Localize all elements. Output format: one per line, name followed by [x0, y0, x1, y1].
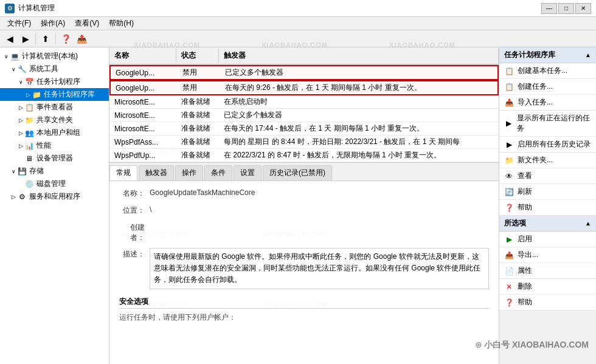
up-button[interactable]: ⬆ [38, 32, 53, 46]
ops-delete[interactable]: ✕ 删除 [499, 279, 596, 295]
ops-enable[interactable]: ▶ 启用 [499, 232, 596, 247]
table-row[interactable]: GoogleUp... 禁用 已定义多个触发器 [109, 65, 499, 80]
expand-arrow: ∨ [10, 66, 17, 72]
ops-section-scheduler-lib[interactable]: 任务计划程序库 ▲ [499, 47, 596, 63]
ops-enable-history[interactable]: ▶ 启用所有任务历史记录 [499, 137, 596, 153]
sidebar-item-scheduler-lib[interactable]: ▷ 📁 任务计划程序库 [0, 88, 109, 101]
detail-desc-row: 描述： 请确保使用最新版的 Google 软件。如果停用或中断此任务，则您的 G… [119, 248, 489, 289]
export-icon: 📤 [504, 250, 514, 260]
sidebar: ∨ 💻 计算机管理(本地) ∨ 🔧 系统工具 ∨ 📅 任务计划程序 ▷ 📁 任务… [0, 47, 109, 364]
menu-help[interactable]: 帮助(H) [104, 17, 139, 30]
help-lib-icon: ❓ [504, 203, 514, 213]
task-name: MicrosoftE... [109, 123, 176, 134]
task-status: 准备就绪 [176, 109, 219, 122]
ops-import-task-label: 导入任务... [518, 97, 553, 108]
ops-properties[interactable]: 📄 属性 [499, 263, 596, 279]
ops-create-basic[interactable]: 📋 创建基本任务... [499, 63, 596, 79]
task-trigger: 在 2022/3/21 的 8:47 时 - 触发后，无限期地每隔 1 小时 重… [219, 149, 499, 162]
ops-panel: 任务计划程序库 ▲ 📋 创建基本任务... 📋 创建任务... 📥 导入任务..… [499, 47, 596, 364]
task-trigger: 在系统启动时 [219, 95, 499, 108]
detail-author-row: 创建者： [119, 221, 489, 243]
tab-conditions[interactable]: 条件 [204, 165, 232, 180]
ops-enable-history-label: 启用所有任务历史记录 [518, 139, 591, 149]
storage-icon: 💾 [17, 167, 27, 176]
sidebar-item-eventviewer[interactable]: ▷ 📋 事件查看器 [0, 101, 109, 114]
back-button[interactable]: ◀ [2, 32, 17, 46]
menu-file[interactable]: 文件(F) [2, 17, 36, 30]
event-icon: 📋 [24, 103, 34, 112]
ops-help-lib[interactable]: ❓ 帮助 [499, 200, 596, 216]
col-header-trigger: 触发器 [219, 49, 499, 63]
minimize-button[interactable]: — [541, 3, 557, 14]
task-name: MicrosoftE... [109, 110, 176, 121]
disk-icon: 💿 [24, 179, 34, 189]
toolbar: ◀ ▶ ⬆ ❓ 📤 [0, 30, 596, 47]
ops-new-folder[interactable]: 📁 新文件夹... [499, 153, 596, 168]
ops-export-label: 导出... [518, 250, 538, 260]
name-value: GoogleUpdateTaskMachineCore [150, 187, 489, 199]
table-row[interactable]: MicrosoftE... 准备就绪 在系统启动时 [109, 95, 499, 109]
sidebar-item-scheduler[interactable]: ∨ 📅 任务计划程序 [0, 75, 109, 88]
ops-show-running[interactable]: ▶ 显示所有正在运行的任务 [499, 111, 596, 137]
forward-button[interactable]: ▶ [18, 32, 33, 46]
name-label: 名称： [119, 187, 150, 199]
maximize-button[interactable]: □ [558, 3, 574, 14]
sidebar-item-sharedfolder[interactable]: ▷ 📁 共享文件夹 [0, 114, 109, 126]
task-trigger: 在每天的 9:26 - 触发后，在 1 天 期间每隔 1 小时 重复一次。 [220, 81, 497, 94]
right-panel: 名称 状态 触发器 GoogleUp... 禁用 已定义多个触发器 Google… [109, 47, 499, 364]
app-icon: ⚙ [5, 4, 15, 13]
menu-action[interactable]: 操作(A) [36, 17, 70, 30]
view-icon: 👁 [504, 171, 514, 181]
sidebar-item-device[interactable]: 🖥 设备管理器 [0, 152, 109, 165]
refresh-icon: 🔄 [504, 187, 514, 197]
ops-refresh[interactable]: 🔄 刷新 [499, 184, 596, 200]
tab-settings[interactable]: 设置 [234, 165, 262, 180]
sidebar-item-users[interactable]: ▷ 👥 本地用户和组 [0, 126, 109, 139]
expand-arrow: ∨ [10, 168, 17, 174]
ops-import-task[interactable]: 📥 导入任务... [499, 95, 596, 111]
ops-view[interactable]: 👁 查看 [499, 168, 596, 184]
ops-export[interactable]: 📤 导出... [499, 247, 596, 263]
ops-selected-arrow: ▲ [585, 220, 591, 227]
location-label: 位置： [119, 204, 150, 216]
ops-show-running-label: 显示所有正在运行的任务 [517, 113, 591, 134]
ops-section-selected[interactable]: 所选项 ▲ [499, 216, 596, 232]
sidebar-item-computer[interactable]: ∨ 💻 计算机管理(本地) [0, 50, 109, 63]
tab-triggers[interactable]: 触发器 [139, 165, 174, 180]
sidebar-item-tools[interactable]: ∨ 🔧 系统工具 [0, 63, 109, 75]
menu-view[interactable]: 查看(V) [70, 17, 104, 30]
detail-location-row: 位置： \ [119, 204, 489, 216]
table-row[interactable]: GoogleUp... 禁用 在每天的 9:26 - 触发后，在 1 天 期间每… [109, 80, 499, 95]
export-button[interactable]: 📤 [74, 32, 89, 46]
author-label: 创建者： [119, 221, 150, 243]
tab-history[interactable]: 历史记录(已禁用) [263, 165, 332, 180]
perf-icon: 📊 [24, 141, 34, 151]
new-folder-icon: 📁 [504, 156, 514, 165]
security-text: 运行任务时，请使用下列用户帐户： [119, 312, 489, 323]
scheduler-lib-icon: 📁 [32, 90, 41, 100]
ops-help-selected-label: 帮助 [518, 297, 532, 307]
task-status: 禁用 [178, 66, 220, 79]
task-name: WpsPdfUp... [109, 150, 176, 161]
scheduler-icon: 📅 [24, 77, 34, 87]
sidebar-item-performance[interactable]: ▷ 📊 性能 [0, 139, 109, 152]
tab-general[interactable]: 常规 [109, 165, 137, 180]
sidebar-item-services[interactable]: ▷ ⚙ 服务和应用程序 [0, 190, 109, 203]
ops-help-selected[interactable]: ❓ 帮助 [499, 295, 596, 311]
help-toolbar-button[interactable]: ❓ [58, 32, 73, 46]
ops-view-label: 查看 [518, 171, 532, 181]
table-row[interactable]: WpsPdfUp... 准备就绪 在 2022/3/21 的 8:47 时 - … [109, 149, 499, 162]
sidebar-item-storage[interactable]: ∨ 💾 存储 [0, 165, 109, 177]
ops-create-task[interactable]: 📋 创建任务... [499, 79, 596, 95]
close-button[interactable]: ✕ [575, 3, 591, 14]
task-list-header: 名称 状态 触发器 [109, 47, 499, 65]
table-row[interactable]: WpsPdfAss... 准备就绪 每周的 星期日 的 8:44 时，开始日期:… [109, 136, 499, 149]
sidebar-item-disk[interactable]: 💿 磁盘管理 [0, 177, 109, 190]
expand-arrow: ▷ [17, 117, 24, 123]
task-trigger: 每周的 星期日 的 8:44 时，开始日期: 2022/3/21 - 触发后，在… [219, 136, 499, 148]
properties-icon: 📄 [504, 266, 514, 276]
table-row[interactable]: MicrosoftE... 准备就绪 在每天的 17:44 - 触发后，在 1 … [109, 122, 499, 136]
desc-label: 描述： [119, 248, 150, 259]
table-row[interactable]: MicrosoftE... 准备就绪 已定义多个触发器 [109, 109, 499, 122]
tab-actions[interactable]: 操作 [175, 165, 203, 180]
